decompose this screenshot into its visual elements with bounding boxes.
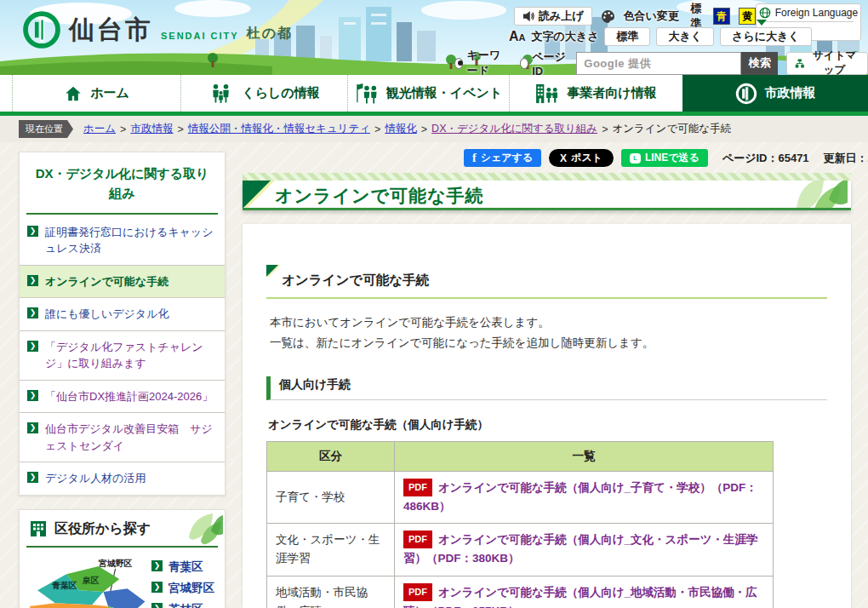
ward-map: 宮城野区 青葉区 泉区 太白区 [25,554,151,608]
sidebar-item-label: 仙台市デジタル改善目安箱 サジェストセンダイ [45,422,213,452]
city-emblem-icon [735,83,757,105]
pdf-link[interactable]: オンラインで可能な手続（個人向け_地域活動・市民協働・広聴）（PDF：357KB… [403,586,757,608]
facebook-icon: f [472,152,477,165]
ward-finder: 区役所から探す 宮城野区 青葉区 泉区 [19,509,226,608]
sidebar-item-label: 「デジタル化ファストチャレンジ」に取り組みます [45,341,203,370]
nav-living-info[interactable]: くらしの情報 [180,75,347,112]
text-size-mark-big: A [509,29,519,43]
ward-link-aoba[interactable]: ❯ 青葉区 [151,559,214,575]
color-yellow-button[interactable]: 黄 [739,8,756,25]
list-cell: PDFオンラインで可能な手続（個人向け_文化・スポーツ・生涯学習）（PDF：38… [395,524,774,576]
radio-keyword[interactable]: キーワード [454,48,510,75]
chevron-right-icon: ❯ [151,560,163,571]
nav-business-info[interactable]: 事業者向け情報 [509,75,682,112]
table-row: 地域活動・市民協働・広聴 PDFオンラインで可能な手続（個人向け_地域活動・市民… [267,576,774,608]
sidebar-item-digital-talent[interactable]: ❯ デジタル人材の活用 [20,462,225,495]
page-title-band: オンラインで可能な手続 [243,173,851,210]
facebook-share-button[interactable]: f シェアする [464,149,541,167]
map-label-izumi: 泉区 [82,575,100,584]
text-size-label: 文字の大きさ [532,29,599,44]
text-size-large-button[interactable]: 大きく [656,27,714,46]
sidebar-item-suggestion-box[interactable]: ❯ 仙台市デジタル改善目安箱 サジェストセンダイ [20,412,225,462]
sidebar-item-online-procedures[interactable]: ❯ オンラインで可能な手続 [20,265,225,298]
site-name-en: SENDAI CITY [161,31,239,41]
share-row: f シェアする X ポスト L LINEで送る ページID：65471 更新日：… [243,149,851,167]
line-share-button[interactable]: L LINEで送る [621,149,708,167]
x-post-label: ポスト [571,151,602,165]
breadcrumb-separator: > [177,123,183,135]
line-share-label: LINEで送る [645,151,700,165]
subsection-heading: 個人向け手続 [266,376,827,400]
page-title: オンラインで可能な手続 [275,184,483,208]
breadcrumb-separator: > [602,123,608,135]
globe-icon [759,7,771,19]
pdf-link[interactable]: オンラインで可能な手続（個人向け_子育て・学校）（PDF：486KB） [403,481,757,513]
ward-link-label: 青葉区 [168,560,203,573]
search-input[interactable] [576,52,741,75]
breadcrumb-city-gov[interactable]: 市政情報 [130,122,173,136]
table-caption: オンラインで可能な手続（個人向け手続） [268,417,827,433]
chevron-right-icon: ❯ [151,582,163,593]
palette-icon [601,9,615,24]
x-post-button[interactable]: X ポスト [549,149,614,167]
text-size-larger-button[interactable]: さらに大きく [720,27,812,46]
sitemap-icon [795,57,805,70]
sidebar-item-label: 誰にも優しいデジタル化 [45,307,168,320]
text-size-standard-button[interactable]: 標準 [604,27,650,46]
page: 仙台市 SENDAI CITY 杜の都 読み上げ 色合い変更 標準 青 黄 黒 [0,0,868,608]
chevron-right-icon: ❯ [27,472,38,483]
chevron-right-icon: ❯ [27,307,38,318]
breadcrumb-separator: > [120,123,126,135]
color-blue-button[interactable]: 青 [713,8,730,25]
sidebar-item-cashless[interactable]: ❯ 証明書発行窓口におけるキャッシュレス決済 [20,216,225,265]
category-cell: 地域活動・市民協働・広聴 [267,576,395,608]
facebook-share-label: シェアする [481,151,533,165]
table-header-row: 区分 一覧 [267,441,774,471]
divider [26,213,218,215]
map-label-miyagino: 宮城野区 [99,558,133,567]
chevron-right-icon: ❯ [27,422,38,433]
ward-link-miyagino[interactable]: ❯ 宮城野区 [151,581,214,596]
nav-living-label: くらしの情報 [242,85,319,101]
sidebar-item-dx-plan[interactable]: ❯ 「仙台市DX推進計画2024-2026」 [20,380,225,413]
nav-home-label: ホーム [90,85,129,101]
ward-link-label: 宮城野区 [168,582,214,594]
color-change-label: 色合い変更 [624,9,679,24]
ward-finder-title: 区役所から探す [54,520,151,538]
category-cell: 子育て・学校 [267,471,395,524]
sitemap-button[interactable]: サイトマップ [786,52,868,75]
nav-home[interactable]: ホーム [12,75,180,112]
radio-pageid[interactable]: ページID [520,49,566,76]
read-aloud-button[interactable]: 読み上げ [514,7,592,26]
breadcrumb-info-disclosure[interactable]: 情報公開・情報化・情報セキュリティ [188,122,370,136]
nav-city-gov-label: 市政情報 [765,85,816,101]
chevron-right-icon: ❯ [27,390,38,401]
color-standard-button[interactable]: 標準 [688,8,705,25]
site-logo[interactable]: 仙台市 SENDAI CITY 杜の都 [22,10,293,49]
text-size-row: AA 文字の大きさ 標準 大きく さらに大きく [509,27,812,46]
ward-link-wakabayashi[interactable]: ❯ 若林区 [151,602,214,608]
section-heading-block: オンラインで可能な手続 [266,265,827,299]
nav-tourism-events[interactable]: 観光情報・イベント [347,75,509,112]
breadcrumb-home[interactable]: ホーム [83,122,116,136]
sidebar-item-friendly-digital[interactable]: ❯ 誰にも優しいデジタル化 [20,297,225,330]
sidebar-item-label: オンラインで可能な手続 [45,275,168,288]
body-paragraph: 本市においてオンラインで可能な手続を公表します。 [270,313,827,333]
breadcrumb-informatization[interactable]: 情報化 [385,122,417,136]
sidebar-item-label: 証明書発行窓口におけるキャッシュレス決済 [45,226,213,255]
list-cell: PDFオンラインで可能な手続（個人向け_子育て・学校）（PDF：486KB） [395,471,774,524]
radio-pageid-circle [520,58,528,69]
pdf-link[interactable]: オンラインで可能な手続（個人向け_文化・スポーツ・生涯学習）（PDF：380KB… [403,533,758,565]
stripe-decoration [243,173,851,181]
pdf-badge: PDF [403,531,432,548]
nav-city-government[interactable]: 市政情報 [682,75,868,112]
business-icon [535,83,559,104]
column-header-category: 区分 [267,441,395,471]
sidebar-menu: DX・デジタル化に関する取り組み ❯ 証明書発行窓口におけるキャッシュレス決済 … [19,152,226,496]
breadcrumb-separator: > [374,123,380,135]
search-button[interactable]: 検索 [741,52,778,75]
sidebar-item-fast-challenge[interactable]: ❯ 「デジタル化ファストチャレンジ」に取り組みます [20,330,225,380]
breadcrumb-dx[interactable]: DX・デジタル化に関する取り組み [431,122,597,136]
chevron-right-icon: ❯ [27,226,38,237]
corner-triangle-icon [243,181,271,209]
